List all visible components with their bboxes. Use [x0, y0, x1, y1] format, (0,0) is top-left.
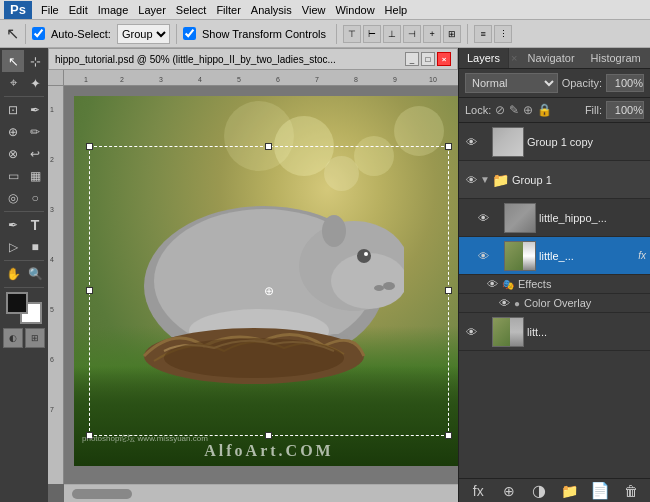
blend-mode-select[interactable]: Normal: [465, 73, 558, 93]
minimize-button[interactable]: _: [405, 52, 419, 66]
quick-mask[interactable]: ◐: [3, 328, 23, 348]
menu-layer[interactable]: Layer: [133, 2, 171, 18]
menu-view[interactable]: View: [297, 2, 331, 18]
horizontal-scrollbar[interactable]: [64, 484, 458, 502]
add-style-button[interactable]: fx: [467, 480, 489, 502]
align-icon-1[interactable]: ⊤: [343, 25, 361, 43]
history-brush[interactable]: ↩: [24, 143, 46, 165]
layer-name-bottom: litt...: [527, 326, 646, 338]
lock-pixel-icon[interactable]: ⊘: [495, 103, 505, 117]
close-button[interactable]: ×: [437, 52, 451, 66]
menu-select[interactable]: Select: [171, 2, 212, 18]
gradient-tool[interactable]: ▦: [24, 165, 46, 187]
hand-tool[interactable]: ✋: [2, 263, 24, 285]
canvas-area: hippo_tutorial.psd @ 50% (little_hippo_I…: [48, 48, 458, 502]
layer-info-bottom: litt...: [527, 326, 646, 338]
dist-icon-1[interactable]: ≡: [474, 25, 492, 43]
show-transform-label: Show Transform Controls: [202, 28, 326, 40]
menu-file[interactable]: File: [36, 2, 64, 18]
color-overlay-label: Color Overlay: [524, 297, 591, 309]
eye-icon-active[interactable]: 👁: [475, 248, 491, 264]
menu-image[interactable]: Image: [93, 2, 134, 18]
opacity-input[interactable]: [606, 74, 644, 92]
tab-navigator[interactable]: Navigator: [519, 48, 582, 68]
align-icon-5[interactable]: +: [423, 25, 441, 43]
menu-window[interactable]: Window: [330, 2, 379, 18]
move-tool[interactable]: ↖: [2, 50, 24, 72]
canvas-image[interactable]: ⊕ photoshop论坛 www.missyuan.com AlfoArt.C…: [74, 96, 458, 466]
layer-group1copy[interactable]: 👁 Group 1 copy: [459, 123, 650, 161]
layer-little-hippo2[interactable]: 👁 little_hippo_...: [459, 199, 650, 237]
zoom-tool[interactable]: 🔍: [24, 263, 46, 285]
effects-eye-icon[interactable]: 👁: [487, 278, 498, 290]
toolbar: ↖ ⊹ ⌖ ✦ ⊡ ✒ ⊕ ✏ ⊗ ↩ ▭ ▦ ◎ ○ ✒: [0, 48, 48, 502]
fill-label: Fill:: [585, 104, 602, 116]
canvas-title: hippo_tutorial.psd @ 50% (little_hippo_I…: [55, 54, 405, 65]
pen-tool[interactable]: ✒: [2, 214, 24, 236]
eye-icon-group1copy[interactable]: 👁: [463, 134, 479, 150]
ruler-vertical: 1 2 3 4 5 6 7: [48, 86, 64, 484]
crop-tool[interactable]: ⊡: [2, 99, 24, 121]
fg-color[interactable]: [6, 292, 28, 314]
canvas-titlebar-buttons: _ □ ×: [405, 52, 451, 66]
screen-mode[interactable]: ⊞: [25, 328, 45, 348]
menu-edit[interactable]: Edit: [64, 2, 93, 18]
color-overlay-row[interactable]: 👁 ● Color Overlay: [459, 294, 650, 313]
align-icon-4[interactable]: ⊣: [403, 25, 421, 43]
tab-separator1: ×: [509, 48, 519, 68]
maximize-button[interactable]: □: [421, 52, 435, 66]
show-transform-checkbox[interactable]: [183, 27, 196, 40]
eye-icon-bottom[interactable]: 👁: [463, 324, 479, 340]
lock-all-icon[interactable]: ⊕: [523, 103, 533, 117]
auto-select-checkbox[interactable]: [32, 27, 45, 40]
effects-label: Effects: [518, 278, 551, 290]
text-tool[interactable]: T: [24, 214, 46, 236]
align-tools: ⊤ ⊢ ⊥ ⊣ + ⊞: [343, 25, 461, 43]
path-select[interactable]: ▷: [2, 236, 24, 258]
auto-select-dropdown[interactable]: Group: [117, 24, 170, 44]
tab-histogram[interactable]: Histogram: [583, 48, 649, 68]
select-tool[interactable]: ⊹: [24, 50, 46, 72]
group-arrow-icon[interactable]: ▼: [479, 174, 491, 186]
menu-filter[interactable]: Filter: [211, 2, 245, 18]
ps-icon: Ps: [4, 1, 32, 19]
brush-tool[interactable]: ✏: [24, 121, 46, 143]
lasso-tool[interactable]: ⌖: [2, 72, 24, 94]
lock-icon[interactable]: 🔒: [537, 103, 552, 117]
lock-position-icon[interactable]: ✎: [509, 103, 519, 117]
menu-help[interactable]: Help: [380, 2, 413, 18]
align-icon-3[interactable]: ⊥: [383, 25, 401, 43]
effects-row[interactable]: 👁 🎭 Effects: [459, 275, 650, 294]
add-mask-button[interactable]: ⊕: [498, 480, 520, 502]
dodge-tool[interactable]: ○: [24, 187, 46, 209]
new-layer-button[interactable]: 📄: [589, 480, 611, 502]
stamp-tool[interactable]: ⊗: [2, 143, 24, 165]
eraser-tool[interactable]: ▭: [2, 165, 24, 187]
color-overlay-eye-icon[interactable]: 👁: [499, 297, 510, 309]
eyedropper[interactable]: ✒: [24, 99, 46, 121]
magic-wand[interactable]: ✦: [24, 72, 46, 94]
shape-tool[interactable]: ■: [24, 236, 46, 258]
heal-tool[interactable]: ⊕: [2, 121, 24, 143]
menu-analysis[interactable]: Analysis: [246, 2, 297, 18]
layer-bottom[interactable]: 👁 litt...: [459, 313, 650, 351]
blur-tool[interactable]: ◎: [2, 187, 24, 209]
folder-icon: 📁: [491, 171, 509, 189]
delete-layer-button[interactable]: 🗑: [620, 480, 642, 502]
align-icon-6[interactable]: ⊞: [443, 25, 461, 43]
dist-icon-2[interactable]: ⋮: [494, 25, 512, 43]
eye-icon-little2[interactable]: 👁: [475, 210, 491, 226]
align-icon-2[interactable]: ⊢: [363, 25, 381, 43]
layer-little-active[interactable]: 👁 little_... fx: [459, 237, 650, 275]
panel-tabs: Layers × Navigator Histogram: [459, 48, 650, 69]
new-group-button[interactable]: 📁: [559, 480, 581, 502]
svg-point-8: [322, 215, 346, 247]
layer-name-group1: Group 1: [512, 174, 646, 186]
tab-layers[interactable]: Layers: [459, 48, 509, 68]
fill-input[interactable]: [606, 101, 644, 119]
separator: [25, 24, 26, 44]
lock-row: Lock: ⊘ ✎ ⊕ 🔒 Fill:: [459, 98, 650, 123]
eye-icon-group1[interactable]: 👁: [463, 172, 479, 188]
layer-group1[interactable]: 👁 ▼ 📁 Group 1: [459, 161, 650, 199]
new-adjustment-button[interactable]: ◑: [528, 480, 550, 502]
